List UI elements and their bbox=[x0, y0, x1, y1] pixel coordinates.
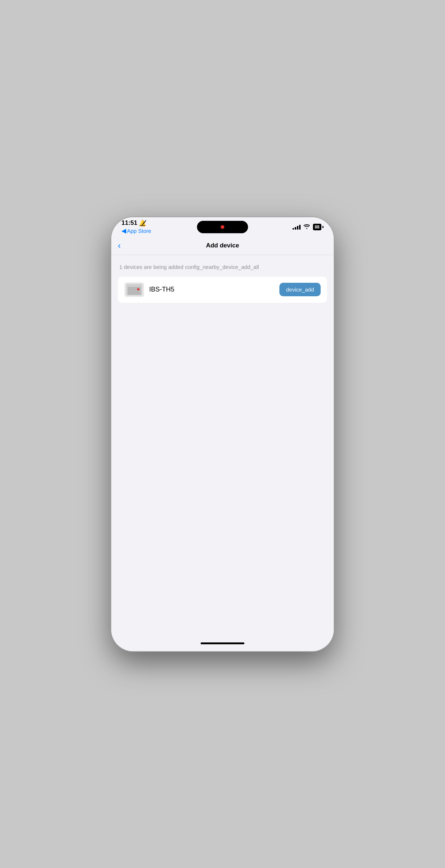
battery-container: 88 bbox=[313, 224, 324, 230]
time-display: 11:51 bbox=[121, 219, 137, 227]
device-icon bbox=[124, 282, 144, 297]
device-icon-dot bbox=[137, 288, 139, 290]
signal-bar-1 bbox=[293, 228, 294, 230]
device-icon-screen bbox=[128, 287, 141, 295]
device-list: IBS-TH5 device_add bbox=[118, 277, 327, 303]
nav-back-chevron-icon: ‹ bbox=[118, 241, 121, 250]
recording-dot bbox=[221, 225, 224, 229]
list-item: IBS-TH5 device_add bbox=[118, 277, 327, 303]
battery-level: 88 bbox=[313, 224, 321, 230]
wifi-icon bbox=[303, 224, 310, 230]
signal-bar-3 bbox=[297, 226, 298, 230]
bell-slash-icon: 🔔̸ bbox=[139, 219, 146, 227]
battery-tip-icon bbox=[322, 226, 324, 228]
signal-bar-2 bbox=[295, 227, 296, 230]
phone-shell: 11:51 🔔̸ ◀ App Store bbox=[111, 217, 334, 651]
signal-bars-icon bbox=[293, 224, 301, 230]
status-left: 11:51 🔔̸ ◀ App Store bbox=[121, 219, 151, 235]
device-icon-inner bbox=[126, 284, 142, 296]
back-nav-label[interactable]: App Store bbox=[127, 228, 151, 234]
signal-bar-4 bbox=[299, 225, 301, 230]
back-nav[interactable]: ◀ App Store bbox=[121, 227, 151, 235]
back-chevron-icon: ◀ bbox=[121, 227, 126, 235]
home-indicator bbox=[111, 636, 334, 651]
status-bar: 11:51 🔔̸ ◀ App Store bbox=[111, 217, 334, 237]
nav-back-button[interactable]: ‹ bbox=[118, 241, 121, 250]
main-content: 1 devices are being added config_nearby_… bbox=[111, 255, 334, 636]
page-title: Add device bbox=[206, 242, 239, 249]
status-time: 11:51 🔔̸ bbox=[121, 219, 146, 227]
device-name: IBS-TH5 bbox=[149, 286, 274, 293]
nav-header: ‹ Add device bbox=[111, 237, 334, 255]
device-add-button[interactable]: device_add bbox=[279, 283, 321, 296]
dynamic-island bbox=[197, 221, 248, 233]
subtitle-text: 1 devices are being added config_nearby_… bbox=[118, 264, 327, 270]
status-right: 88 bbox=[293, 224, 324, 230]
home-bar bbox=[201, 642, 244, 644]
